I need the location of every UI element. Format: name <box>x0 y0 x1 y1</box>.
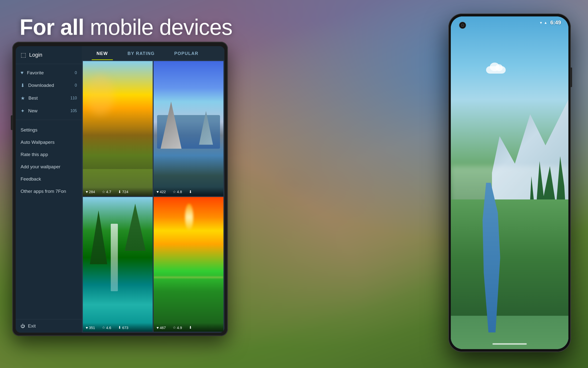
phone: ▾ ▲ 6:49 <box>448 13 571 352</box>
wp1-rating: ☆ 4.7 <box>102 190 111 194</box>
menu-item-settings[interactable]: Settings <box>16 124 82 136</box>
wallpaper-3-overlay: ♥ 351 ☆ 4.6 ⬇ 673 <box>83 323 153 332</box>
main-content: NEW BY RATING POPULAR <box>82 46 224 333</box>
sidebar-best-label: Best <box>28 95 38 101</box>
tab-by-rating[interactable]: BY RATING <box>118 46 165 60</box>
phone-grass <box>451 199 568 316</box>
wp2-rating: ☆ 4.8 <box>173 190 182 194</box>
sidebar: ⬚ Login ♥ Favorite 0 ⬇ Downloaded 0 ★ Be… <box>16 46 82 333</box>
exit-icon: ⏻ <box>21 324 25 329</box>
wallpaper-cell-4[interactable]: ♥ 467 ☆ 4.9 ⬇ <box>154 197 223 332</box>
menu-item-add-wallpaper[interactable]: Add your wallpaper <box>16 161 82 173</box>
tablet-screen: ⬚ Login ♥ Favorite 0 ⬇ Downloaded 0 ★ Be… <box>16 46 224 333</box>
tablet: ⬚ Login ♥ Favorite 0 ⬇ Downloaded 0 ★ Be… <box>12 42 228 336</box>
headline-regular: mobile devices <box>84 15 232 39</box>
star-icon-small: ☆ <box>102 190 105 194</box>
wallpaper-4-overlay: ♥ 467 ☆ 4.9 ⬇ <box>154 323 223 332</box>
wallpaper-1-overlay: ♥ 284 ☆ 4.7 ⬇ 724 <box>83 187 153 196</box>
sidebar-downloaded-label: Downloaded <box>28 83 54 88</box>
add-wallpaper-label: Add your wallpaper <box>21 164 61 169</box>
settings-label: Settings <box>21 127 37 132</box>
wallpaper-grid: ♥ 284 ☆ 4.7 ⬇ 724 <box>82 60 224 333</box>
exit-label: Exit <box>28 323 36 329</box>
star-icon-small3: ☆ <box>102 325 105 330</box>
dl-icon4: ⬇ <box>189 325 192 330</box>
tab-bar: NEW BY RATING POPULAR <box>82 46 224 60</box>
sidebar-item-best[interactable]: ★ Best 110 <box>16 92 82 105</box>
wp2-downloads: ⬇ <box>189 190 192 194</box>
sidebar-item-new[interactable]: ✦ New 105 <box>16 105 82 117</box>
tab-popular[interactable]: POPULAR <box>164 46 208 60</box>
heart-icon-small2: ♥ <box>157 190 159 194</box>
headline: For all mobile devices <box>20 15 232 40</box>
sidebar-new-label: New <box>28 108 37 114</box>
phone-wallpaper: ▾ ▲ 6:49 <box>451 16 568 349</box>
other-apps-label: Other apps from 7Fon <box>21 189 66 194</box>
wallpaper-cell-2[interactable]: ♥ 422 ☆ 4.8 ⬇ <box>154 61 223 196</box>
new-icon: ✦ <box>21 108 25 114</box>
phone-front-camera <box>459 22 466 29</box>
star-icon-small2: ☆ <box>173 190 176 194</box>
wp4-rating: ☆ 4.9 <box>173 325 182 330</box>
heart-icon-small: ♥ <box>86 190 88 194</box>
menu-item-other-apps[interactable]: Other apps from 7Fon <box>16 185 82 197</box>
download-icon: ⬇ <box>21 82 25 88</box>
heart-icon-small3: ♥ <box>86 326 88 330</box>
feedback-label: Feedback <box>21 176 41 182</box>
wp3-likes: ♥ 351 <box>86 326 95 330</box>
sidebar-login[interactable]: ⬚ Login <box>16 46 82 64</box>
star-icon: ★ <box>21 95 25 101</box>
phone-side-button <box>571 67 572 87</box>
menu-item-auto-wallpapers[interactable]: Auto Wallpapers <box>16 136 82 148</box>
headline-bold: For all <box>20 15 84 39</box>
wp1-likes: ♥ 284 <box>86 190 95 194</box>
wallpaper-2-overlay: ♥ 422 ☆ 4.8 ⬇ <box>154 187 223 196</box>
sidebar-item-downloaded[interactable]: ⬇ Downloaded 0 <box>16 79 82 92</box>
menu-item-rate-app[interactable]: Rate this app <box>16 148 82 161</box>
phone-screen: ▾ ▲ 6:49 <box>451 16 568 349</box>
wallpaper-cell-3[interactable]: ♥ 351 ☆ 4.6 ⬇ 673 <box>83 197 153 332</box>
wallpaper-cell-1[interactable]: ♥ 284 ☆ 4.7 ⬇ 724 <box>83 61 153 196</box>
phone-signal-icons: ▾ ▲ <box>540 20 547 25</box>
sidebar-item-favorite[interactable]: ♥ Favorite 0 <box>16 66 82 79</box>
dl-icon3: ⬇ <box>118 325 121 330</box>
sidebar-favorite-label: Favorite <box>27 70 44 76</box>
phone-cloud <box>486 66 506 74</box>
sidebar-exit[interactable]: ⏻ Exit <box>16 319 82 333</box>
signal-icon: ▲ <box>544 21 547 25</box>
wp1-downloads: ⬇ 724 <box>118 190 128 194</box>
sidebar-menu: Settings Auto Wallpapers Rate this app A… <box>16 120 82 319</box>
wp4-downloads: ⬇ <box>189 325 192 330</box>
tab-new[interactable]: NEW <box>87 46 118 60</box>
sidebar-nav: ♥ Favorite 0 ⬇ Downloaded 0 ★ Best 110 ✦… <box>16 64 82 120</box>
dl-icon2: ⬇ <box>189 190 192 194</box>
rate-app-label: Rate this app <box>21 152 48 157</box>
heart-icon: ♥ <box>21 70 24 76</box>
tablet-volume-button <box>11 115 13 130</box>
wp4-likes: ♥ 467 <box>157 326 166 330</box>
sidebar-downloaded-badge: 0 <box>75 83 77 88</box>
login-label: Login <box>29 52 42 58</box>
phone-status-bar: ▾ ▲ 6:49 <box>451 16 568 29</box>
phone-time: 6:49 <box>550 19 561 26</box>
wp3-downloads: ⬇ 673 <box>118 325 128 330</box>
wp2-likes: ♥ 422 <box>157 190 166 194</box>
menu-item-feedback[interactable]: Feedback <box>16 173 82 185</box>
sidebar-favorite-badge: 0 <box>75 71 77 75</box>
heart-icon-small4: ♥ <box>157 326 159 330</box>
sidebar-new-badge: 105 <box>70 109 77 113</box>
login-icon: ⬚ <box>21 52 26 58</box>
wifi-icon: ▾ <box>540 20 542 25</box>
star-icon-small4: ☆ <box>173 325 176 330</box>
sidebar-best-badge: 110 <box>70 96 77 100</box>
phone-home-indicator <box>492 343 527 345</box>
wp3-rating: ☆ 4.6 <box>102 325 111 330</box>
dl-icon: ⬇ <box>118 190 121 194</box>
auto-wallpapers-label: Auto Wallpapers <box>21 140 55 145</box>
